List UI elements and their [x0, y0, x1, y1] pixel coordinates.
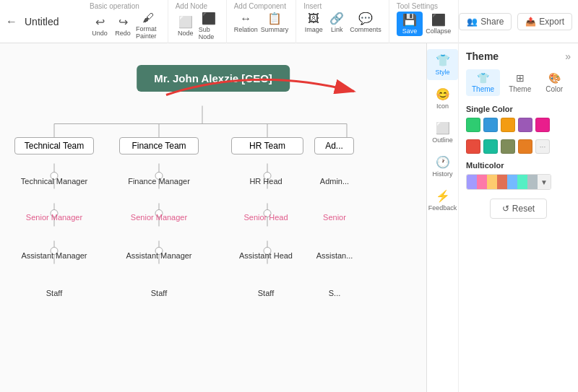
add-component-label: Add Component [234, 2, 286, 10]
collapse-button[interactable]: ⬛Collapse [426, 13, 451, 35]
sidebar-outline-label: Outline [432, 136, 453, 144]
tab-theme[interactable]: 👕 Theme [466, 69, 500, 96]
canvas[interactable]: Mr. John Alexzie [CEO] Technical Team Te… [0, 43, 426, 392]
tab-color[interactable]: 🎨 Color [540, 69, 569, 96]
admin-node: Admin... [313, 177, 356, 186]
toolbar-groups: Basic operation ↩Undo ↪Redo 🖌Format Pain… [82, 0, 459, 43]
format-painter-button[interactable]: 🖌Format Painter [136, 12, 160, 40]
color-olive[interactable] [501, 139, 515, 154]
sub-node-button[interactable]: ⬛Sub Node [199, 12, 219, 40]
tab-backdrop[interactable]: 🖼 Backdrop [571, 69, 578, 96]
tool-settings-group: Tool Settings 💾Save ⬛Collapse [389, 0, 460, 43]
color-yellow[interactable] [501, 118, 515, 132]
document-title: Untitled [25, 16, 68, 27]
sidebar-theme-icon[interactable]: 👕 Style [427, 49, 458, 80]
team-technical-label: Technical Team [25, 141, 85, 151]
color-purple[interactable] [518, 118, 532, 132]
link-button[interactable]: 🔗Link [327, 12, 347, 33]
technical-staff: Staff [14, 289, 94, 297]
reset-icon: ↺ [502, 204, 509, 214]
color-teal[interactable] [483, 139, 498, 154]
basic-operation-group: Basic operation ↩Undo ↪Redo 🖌Format Pain… [82, 0, 168, 43]
single-color-label: Single Color [466, 105, 571, 113]
tab-layout[interactable]: ⊞ Theme [503, 69, 537, 96]
team-technical[interactable]: Technical Team [14, 137, 94, 154]
technical-manager: Technical Manager [14, 177, 94, 186]
tool-settings-items: 💾Save ⬛Collapse [397, 12, 452, 36]
finance-manager: Finance Manager [119, 177, 199, 186]
relation-button[interactable]: ↔Relation [234, 12, 258, 33]
share-button[interactable]: 👥 Share [459, 13, 512, 30]
color-more[interactable]: ··· [535, 139, 550, 154]
color-green[interactable] [466, 118, 480, 132]
hr-head: HR Head [230, 177, 302, 186]
technical-assistant-manager: Assistant Manager [14, 251, 94, 260]
tab-theme-label: Theme [472, 85, 494, 93]
admin-assistant: Assistan... [313, 251, 356, 260]
reset-button[interactable]: ↺ Reset [490, 199, 547, 219]
hr-senior-head: Senior Head [230, 213, 302, 222]
theme-icon: 👕 [436, 53, 450, 67]
add-node-label: Add Node [176, 2, 207, 10]
finance-senior-manager: Senior Manager [119, 213, 199, 222]
color-pink[interactable] [535, 118, 550, 132]
redo-button[interactable]: ↪Redo [113, 15, 133, 37]
summary-button[interactable]: 📋Summary [261, 12, 289, 33]
team-finance[interactable]: Finance Team [119, 137, 199, 154]
single-color-grid [466, 118, 571, 132]
toolbar-right: 👥 Share 📤 Export [459, 13, 572, 30]
sidebar-outline-icon[interactable]: ⬜ Outline [427, 117, 458, 148]
insert-items: 🖼Image 🔗Link 💬Comments [303, 12, 381, 33]
sidebar-feedback-label: Feedback [428, 204, 457, 212]
color-red[interactable] [466, 139, 480, 154]
add-component-group: Add Component ↔Relation 📋Summary [227, 0, 297, 43]
history-icon: 🕐 [436, 155, 450, 169]
ceo-node[interactable]: Mr. John Alexzie [CEO] [137, 65, 290, 92]
share-icon: 👥 [467, 17, 478, 27]
comments-button[interactable]: 💬Comments [350, 12, 381, 33]
insert-group: Insert 🖼Image 🔗Link 💬Comments [296, 0, 389, 43]
node-button[interactable]: ⬜Node [176, 15, 196, 37]
tool-settings-label: Tool Settings [397, 2, 438, 10]
finance-staff: Staff [119, 289, 199, 297]
sidebar-icon-icon[interactable]: 😊 Icon [427, 83, 458, 114]
admin-staff: S... [313, 289, 356, 297]
save-button[interactable]: 💾Save [397, 12, 423, 36]
insert-label: Insert [303, 2, 322, 10]
team-admin-label: Ad... [325, 141, 343, 151]
sidebar-history-label: History [432, 170, 452, 178]
reset-label: Reset [512, 204, 535, 214]
panel-content: Theme » 👕 Theme ⊞ Theme 🎨 Color [459, 43, 578, 392]
color-orange[interactable] [518, 139, 532, 154]
export-button[interactable]: 📤 Export [517, 13, 572, 30]
back-button[interactable]: ← [6, 15, 17, 28]
undo-button[interactable]: ↩Undo [90, 15, 110, 37]
multicolor-strip[interactable]: ▼ [466, 174, 551, 190]
feedback-icon: ⚡ [436, 189, 450, 203]
panel-tabs: 👕 Theme ⊞ Theme 🎨 Color 🖼 Backdrop [466, 69, 571, 96]
tab-theme-icon: 👕 [477, 72, 489, 84]
basic-operation-items: ↩Undo ↪Redo 🖌Format Painter [90, 12, 160, 40]
team-finance-label: Finance Team [131, 141, 186, 151]
team-hr[interactable]: HR Team [231, 137, 303, 154]
sidebar-style-label: Style [435, 69, 449, 76]
hr-staff: Staff [230, 289, 302, 297]
sidebar-history-icon[interactable]: 🕐 History [427, 151, 458, 182]
multicolor-dropdown[interactable]: ▼ [538, 175, 551, 189]
team-admin[interactable]: Ad... [314, 137, 354, 154]
image-button[interactable]: 🖼Image [303, 12, 324, 33]
mc-7 [527, 175, 538, 189]
export-icon: 📤 [525, 17, 536, 27]
tab-color-label: Color [545, 85, 563, 93]
technical-senior-manager: Senior Manager [14, 213, 94, 222]
add-component-items: ↔Relation 📋Summary [234, 12, 289, 33]
mc-1 [467, 175, 477, 189]
mc-3 [487, 175, 497, 189]
finance-assistant-manager: Assistant Manager [119, 251, 199, 260]
mc-4 [497, 175, 507, 189]
main-area: Mr. John Alexzie [CEO] Technical Team Te… [0, 43, 578, 392]
panel-collapse-button[interactable]: » [565, 51, 571, 62]
hr-assistant-head: Assistant Head [230, 251, 302, 260]
color-blue[interactable] [483, 118, 498, 132]
sidebar-feedback-icon[interactable]: ⚡ Feedback [427, 185, 458, 216]
